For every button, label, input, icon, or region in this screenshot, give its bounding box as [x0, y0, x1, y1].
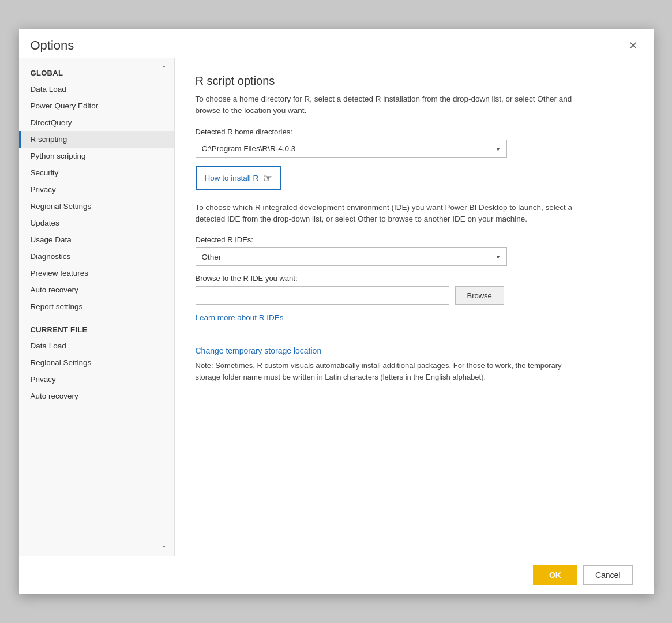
main-content: R script options To choose a home direct…: [175, 58, 654, 556]
ide-label: Detected R IDEs:: [196, 235, 633, 244]
sidebar-item-regional-settings[interactable]: Regional Settings: [19, 198, 174, 215]
sidebar-item-security[interactable]: Security: [19, 164, 174, 181]
section-desc-home: To choose a home directory for R, select…: [196, 93, 588, 117]
browse-input[interactable]: [196, 286, 449, 305]
sidebar-item-preview-features[interactable]: Preview features: [19, 265, 174, 282]
sidebar: ⌃ GLOBAL Data Load Power Query Editor Di…: [19, 58, 175, 556]
ok-button[interactable]: OK: [533, 565, 577, 585]
home-dir-dropdown-wrapper: C:\Program Files\R\R-4.0.3 Other ▼: [196, 140, 507, 158]
browse-row: Browse: [196, 286, 633, 305]
global-section-label: GLOBAL: [19, 58, 174, 81]
sidebar-item-cf-data-load[interactable]: Data Load: [19, 337, 174, 354]
install-r-link-box[interactable]: How to install R ☞: [196, 166, 282, 190]
install-r-link[interactable]: How to install R: [205, 173, 259, 182]
storage-link[interactable]: Change temporary storage location: [196, 346, 322, 355]
sidebar-item-directquery[interactable]: DirectQuery: [19, 114, 174, 131]
cursor-icon: ☞: [263, 172, 272, 185]
sidebar-scroll-up-button[interactable]: ⌃: [158, 63, 170, 74]
browse-label: Browse to the R IDE you want:: [196, 274, 633, 283]
sidebar-item-cf-privacy[interactable]: Privacy: [19, 371, 174, 388]
sidebar-item-r-scripting[interactable]: R scripting: [19, 131, 174, 148]
dialog-footer: OK Cancel: [19, 556, 654, 594]
home-dir-dropdown[interactable]: C:\Program Files\R\R-4.0.3 Other: [196, 140, 507, 158]
section-title: R script options: [196, 74, 633, 88]
sidebar-item-cf-auto-recovery[interactable]: Auto recovery: [19, 388, 174, 404]
home-dir-label: Detected R home directories:: [196, 127, 633, 136]
ide-dropdown-wrapper: Other ▼: [196, 247, 507, 266]
sidebar-item-report-settings[interactable]: Report settings: [19, 298, 174, 315]
sidebar-item-updates[interactable]: Updates: [19, 215, 174, 231]
dialog-body: ⌃ GLOBAL Data Load Power Query Editor Di…: [19, 58, 654, 556]
dialog-title: Options: [31, 38, 74, 53]
sidebar-scroll-down-button[interactable]: ⌄: [158, 539, 170, 551]
sidebar-item-power-query-editor[interactable]: Power Query Editor: [19, 97, 174, 114]
note-text: Note: Sometimes, R custom visuals automa…: [196, 360, 570, 383]
browse-button[interactable]: Browse: [455, 286, 504, 305]
options-dialog: Options ✕ ⌃ GLOBAL Data Load Power Query…: [19, 29, 654, 594]
sidebar-item-diagnostics[interactable]: Diagnostics: [19, 248, 174, 265]
cancel-button[interactable]: Cancel: [583, 565, 633, 585]
ide-dropdown[interactable]: Other: [196, 247, 507, 266]
close-button[interactable]: ✕: [624, 38, 642, 53]
sidebar-item-python-scripting[interactable]: Python scripting: [19, 148, 174, 164]
ide-desc: To choose which R integrated development…: [196, 202, 588, 226]
current-file-section-label: CURRENT FILE: [19, 315, 174, 337]
sidebar-item-cf-regional-settings[interactable]: Regional Settings: [19, 354, 174, 371]
sidebar-item-data-load[interactable]: Data Load: [19, 81, 174, 97]
sidebar-item-usage-data[interactable]: Usage Data: [19, 231, 174, 248]
learn-more-link[interactable]: Learn more about R IDEs: [196, 313, 284, 322]
sidebar-item-auto-recovery[interactable]: Auto recovery: [19, 282, 174, 298]
titlebar: Options ✕: [19, 29, 654, 58]
sidebar-item-privacy[interactable]: Privacy: [19, 181, 174, 198]
